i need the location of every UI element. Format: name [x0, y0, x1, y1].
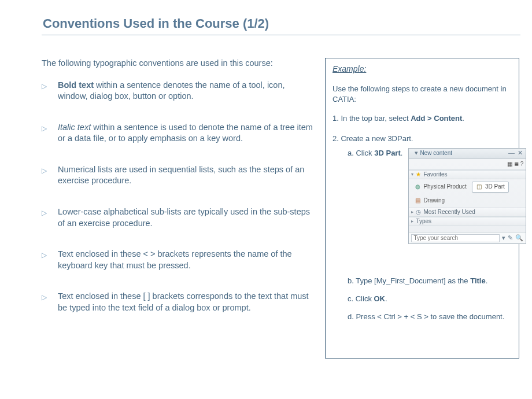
example-substeps-lower: b. Type [My_First_Document] as the Title… — [332, 276, 512, 321]
example-step-2: 2. Create a new 3DPart. a. Click 3D Part… — [332, 134, 512, 244]
star-icon: ★ — [416, 171, 421, 179]
chevron-down-icon: ▾ — [411, 171, 413, 178]
step1-bold: Add > Content — [411, 114, 462, 123]
triangle-bullet-icon: ▷ — [42, 124, 47, 133]
favorites-label: Favorites — [423, 171, 447, 179]
square-text: Text enclosed in these [ ] brackets corr… — [58, 291, 309, 312]
triangle-bullet-icon: ▷ — [42, 250, 47, 260]
page-title: Conventions Used in the Course (1/2) — [43, 16, 269, 31]
conventions-column: The following typographic conventions ar… — [42, 58, 313, 333]
new-content-panel: ▾ New content — ✕ ▦ ≣ ? ▾ ★ Favorites — [408, 148, 526, 245]
step2c-bold: OK — [374, 294, 386, 303]
step2b-pre: b. Type [My_First_Document] as the — [348, 276, 470, 285]
mru-section-header[interactable]: ▸ ◷ Most Recently Used — [409, 208, 526, 217]
convention-italic: ▷ Italic text within a sentence is used … — [42, 122, 313, 145]
dropdown-icon[interactable]: ▾ — [502, 234, 505, 243]
triangle-bullet-icon: ▷ — [42, 293, 47, 302]
title-divider — [42, 35, 520, 35]
physical-product-item[interactable]: ◍ Physical Product — [412, 182, 468, 192]
chevron-right-icon: ▸ — [411, 209, 413, 216]
triangle-bullet-icon: ▷ — [42, 82, 47, 91]
types-label: Types — [416, 217, 431, 226]
step2b-post: . — [486, 276, 488, 285]
panel-title: New content — [420, 149, 506, 158]
3d-part-item[interactable]: ◫ 3D Part — [472, 182, 509, 193]
3d-part-label: 3D Part — [485, 183, 505, 191]
step1-pre: 1. In the top bar, select — [332, 114, 411, 123]
convention-alpha: ▷ Lower-case alphabetical sub-lists are … — [42, 206, 313, 229]
convention-numerical: ▷ Numerical lists are used in sequential… — [42, 164, 313, 187]
drawing-icon: ▤ — [414, 197, 421, 204]
example-heading: Example: — [332, 64, 512, 73]
mru-label: Most Recently Used — [423, 208, 475, 217]
list-view-icon[interactable]: ≣ — [514, 160, 519, 169]
clock-icon: ◷ — [416, 208, 421, 217]
close-icon[interactable]: ✕ — [516, 150, 523, 157]
minimize-icon[interactable]: — — [508, 150, 515, 157]
drawing-item[interactable]: ▤ Drawing — [412, 196, 522, 206]
num-text: Numerical lists are used in sequential l… — [58, 165, 304, 186]
step2a: a. Click 3D Part. — [332, 148, 402, 159]
step2c: c. Click OK. — [332, 294, 512, 303]
step2a-pre: a. Click — [348, 149, 374, 157]
example-step-1: 1. In the top bar, select Add > Content. — [332, 113, 512, 124]
step2d: d. Press < Ctrl > + < S > to save the do… — [332, 312, 512, 321]
triangle-bullet-icon: ▷ — [42, 208, 47, 217]
cube-icon: ◍ — [414, 184, 421, 191]
panel-header: ▾ New content — ✕ — [409, 149, 526, 159]
example-intro: Use the following steps to create a new … — [332, 84, 512, 104]
example-box: Example: Use the following steps to crea… — [325, 58, 519, 359]
step2-text: 2. Create a new 3DPart. — [332, 134, 512, 145]
step2c-post: . — [385, 294, 387, 303]
physical-product-label: Physical Product — [423, 183, 466, 191]
convention-angle-brackets: ▷ Text enclosed in these < > brackets re… — [42, 249, 313, 271]
favorites-body: ◍ Physical Product ◫ 3D Part ▤ Drawing — [409, 179, 526, 208]
step2b-bold: Title — [470, 276, 486, 285]
chevron-down-icon[interactable]: ▾ — [413, 150, 420, 157]
types-section-header[interactable]: ▸ Types — [409, 217, 526, 226]
convention-square-brackets: ▷ Text enclosed in these [ ] brackets co… — [42, 291, 313, 313]
favorites-section-header[interactable]: ▾ ★ Favorites — [409, 170, 526, 179]
grid-view-icon[interactable]: ▦ — [507, 160, 512, 169]
step2c-pre: c. Click — [348, 294, 374, 303]
angle-text: Text enclosed in these < > brackets repr… — [58, 249, 292, 270]
step2a-bold: 3D Part — [374, 149, 401, 157]
alpha-text: Lower-case alphabetical sub-lists are ty… — [58, 207, 310, 228]
search-input[interactable] — [411, 234, 500, 242]
step1-post: . — [462, 114, 464, 123]
conventions-list: ▷ Bold text within a sentence denotes th… — [42, 80, 313, 314]
convention-bold: ▷ Bold text within a sentence denotes th… — [42, 80, 313, 102]
help-icon[interactable]: ? — [520, 160, 524, 169]
chevron-right-icon: ▸ — [411, 218, 413, 225]
panel-search-bar: ▾ ✎ 🔍 — [409, 232, 526, 243]
part-icon: ◫ — [476, 184, 483, 191]
triangle-bullet-icon: ▷ — [42, 166, 47, 175]
drawing-label: Drawing — [423, 197, 445, 205]
bold-lead: Bold text — [58, 80, 94, 90]
step2a-post: . — [401, 149, 403, 157]
edit-icon[interactable]: ✎ — [508, 234, 513, 243]
italic-lead: Italic text — [58, 123, 91, 132]
italic-rest: within a sentence is used to denote the … — [58, 123, 313, 143]
intro-text: The following typographic conventions ar… — [42, 58, 313, 69]
search-icon[interactable]: 🔍 — [515, 234, 523, 243]
step2b: b. Type [My_First_Document] as the Title… — [332, 276, 512, 285]
